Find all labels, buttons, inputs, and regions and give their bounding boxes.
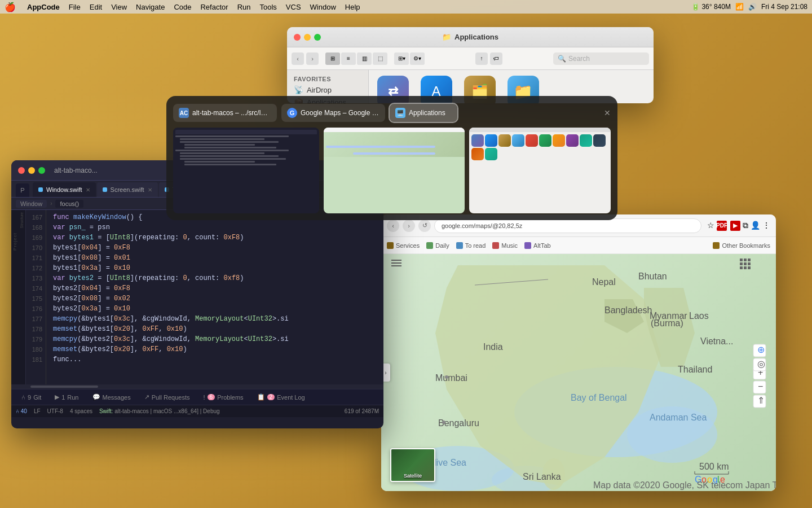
maps-forward[interactable]: › — [403, 220, 415, 232]
bay-of-bengal-label: Bay of Bengal — [571, 393, 627, 402]
laos-label: Laos — [689, 311, 709, 321]
bookmark-toread[interactable]: To read — [456, 242, 486, 249]
bottom-tab-eventlog[interactable]: 📋 2 Event Log — [251, 391, 311, 404]
editor-minimize[interactable] — [28, 167, 35, 174]
tab-close-screen[interactable]: ✕ — [148, 187, 152, 193]
finder-forward[interactable]: › — [306, 52, 319, 65]
code-line-181: func... — [53, 354, 377, 365]
finder-tag-btn[interactable]: 🏷 — [490, 52, 502, 65]
editor-scrollbar[interactable] — [11, 384, 383, 389]
extensions-icon[interactable]: ⧉ — [743, 221, 748, 231]
chrome-menu-icon[interactable]: ⋮ — [762, 221, 770, 231]
finder-search[interactable]: 🔍 Search — [553, 52, 649, 65]
breadcrumb-window[interactable]: Window — [16, 200, 47, 208]
alttab-tab-maps[interactable]: G Google Maps – Google Chr... — [281, 104, 385, 122]
alttab-preview-maps[interactable] — [324, 128, 465, 213]
code-line-168: var psn_ = psn — [53, 222, 377, 233]
status-language: Swift: alt-tab-macos | macOS ...x86_64] … — [99, 408, 220, 414]
india-label: India — [483, 342, 503, 352]
maps-reload[interactable]: ↺ — [418, 220, 431, 232]
editor-code-area[interactable]: func makeKeyWindow() { var psn_ = psn va… — [46, 210, 383, 384]
finder-sort-btn[interactable]: ⊞▾ — [394, 52, 409, 65]
alttab-close-button[interactable]: ✕ — [604, 108, 611, 117]
fullscreen-button[interactable] — [314, 34, 321, 41]
line-181: 181 — [26, 354, 42, 365]
breadcrumb-focus[interactable]: focus() — [55, 200, 83, 208]
finder-sidebar-airdrop[interactable]: 📡 AirDrop — [287, 84, 368, 96]
maps-back[interactable]: ‹ — [387, 220, 399, 232]
menubar-navigate[interactable]: Navigate — [136, 3, 165, 11]
run-icon: ▶ — [55, 393, 59, 401]
alttab-preview-editor[interactable] — [173, 128, 319, 213]
other-bookmarks[interactable]: Other Bookmarks — [713, 242, 770, 249]
bottom-tab-problems[interactable]: ! 6 Problems — [198, 391, 249, 404]
menubar-appname[interactable]: AppCode — [27, 3, 60, 11]
profile-icon[interactable]: 👤 — [751, 221, 760, 231]
satellite-thumbnail[interactable]: Satellite — [390, 448, 435, 482]
editor-left-panel: Project — [11, 210, 18, 384]
alttab-preview-finder[interactable] — [469, 128, 611, 213]
maps-url-bar[interactable]: google.com/maps/@20,82,5z — [434, 218, 701, 233]
line-176: 176 — [26, 304, 42, 314]
editor-traffic-lights — [18, 167, 45, 174]
alttab-tab-finder[interactable]: 🖥️ Applications — [390, 104, 457, 122]
menubar-help[interactable]: Help — [345, 3, 360, 11]
finder-view-icon[interactable]: ⊞ — [325, 52, 340, 65]
finder-window: 📁 Applications ‹ › ⊞ ≡ ▥ ⬚ ⊞▾ ⚙▾ ↑ 🏷 🔍 S… — [287, 27, 654, 103]
grid-dot-7 — [740, 266, 743, 269]
menubar-file[interactable]: File — [69, 3, 81, 11]
line-173: 173 — [26, 273, 42, 283]
code-line-169: var bytes1 = [UInt8](repeating: 0, count… — [53, 233, 377, 243]
finder-back[interactable]: ‹ — [292, 52, 304, 65]
menubar-edit[interactable]: Edit — [90, 3, 102, 11]
scrollbar-thumb[interactable] — [30, 386, 98, 388]
bottom-tab-pullrequests[interactable]: ↗ Pull Requests — [139, 391, 196, 404]
location-icon: ◎ — [757, 359, 765, 369]
grid-dot-3 — [748, 259, 751, 261]
tab-close-window[interactable]: ✕ — [86, 187, 90, 193]
close-button[interactable] — [294, 34, 301, 41]
bottom-tab-run[interactable]: ▶ 1 Run — [49, 391, 84, 404]
menubar-refactor[interactable]: Refactor — [200, 3, 228, 11]
grid-dot-8 — [744, 266, 747, 269]
finder-view-gallery[interactable]: ⬚ — [373, 52, 387, 65]
line-168: 168 — [26, 222, 42, 233]
editor-close[interactable] — [18, 167, 25, 174]
mumbai-dot — [445, 375, 448, 379]
alttab-tab-editor[interactable]: AC alt-tab-macos – .../src/logic/... — [173, 104, 277, 122]
editor-tab-screen[interactable]: Screen.swift ✕ — [97, 182, 158, 197]
menubar-vcs[interactable]: VCS — [286, 3, 301, 11]
maps-toolbar-actions: ☆ PDF ▶ ⧉ 👤 ⋮ — [707, 221, 770, 231]
finder-action-btn[interactable]: ⚙▾ — [410, 52, 425, 65]
bookmark-alttab[interactable]: AltTab — [524, 242, 551, 249]
bookmark-star-icon[interactable]: ☆ — [707, 221, 714, 231]
apple-menu[interactable]: 🍎 — [5, 2, 16, 12]
alttab-tab-finder-label: Applications — [409, 109, 445, 117]
bottom-tab-messages[interactable]: 💬 Messages — [87, 391, 136, 404]
menubar-tools[interactable]: Tools — [259, 3, 276, 11]
line-167: 167 — [26, 212, 42, 222]
bookmark-services[interactable]: Services — [387, 242, 420, 249]
editor-fullscreen[interactable] — [38, 167, 45, 174]
menubar-code[interactable]: Code — [174, 3, 191, 11]
menubar-view[interactable]: View — [111, 3, 127, 11]
menubar-window[interactable]: Window — [310, 3, 336, 11]
bottom-tab-git[interactable]: ⑃ 9 Git — [16, 391, 47, 404]
finder-toolbar: ‹ › ⊞ ≡ ▥ ⬚ ⊞▾ ⚙▾ ↑ 🏷 🔍 Search — [287, 47, 654, 70]
editor-tab-window[interactable]: Window.swift ✕ — [33, 182, 96, 197]
finder-view-list[interactable]: ≡ — [341, 52, 356, 65]
menubar: 🍎 AppCode File Edit View Navigate Code R… — [0, 0, 812, 14]
code-line-173: var bytes2 = [UInt8](repeating: 0, count… — [53, 273, 377, 283]
bookmark-daily[interactable]: Daily — [426, 242, 449, 249]
minimize-button[interactable] — [304, 34, 311, 41]
menubar-battery: 🔋 36° 840M — [691, 3, 731, 11]
finder-share-btn[interactable]: ↑ — [475, 52, 488, 65]
menubar-run[interactable]: Run — [237, 3, 251, 11]
bookmark-music[interactable]: Music — [492, 242, 518, 249]
line-179: 179 — [26, 334, 42, 344]
finder-view-col[interactable]: ▥ — [357, 52, 372, 65]
alttab-tab-editor-label: alt-tab-macos – .../src/logic/... — [192, 109, 271, 117]
finder-window-title: 📁 Applications — [442, 33, 498, 41]
bookmark-other[interactable]: Other Bookmarks — [713, 242, 770, 249]
code-line-170: bytes1[0x04] = 0xF8 — [53, 243, 377, 253]
